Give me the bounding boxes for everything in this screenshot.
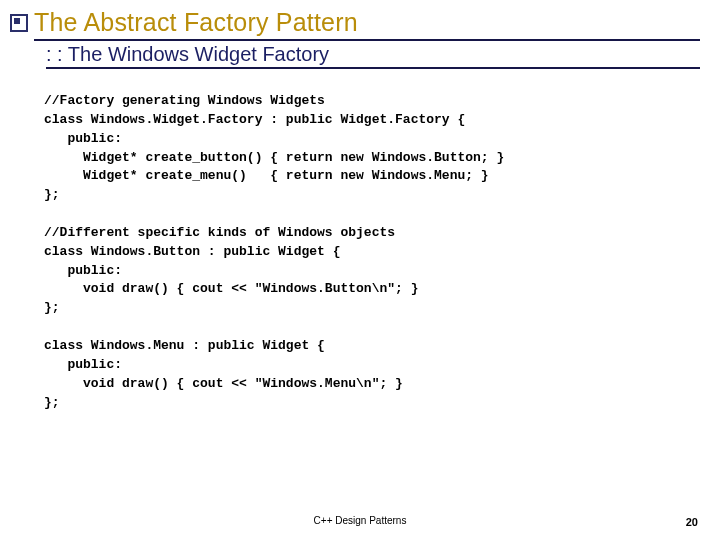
title-underline	[34, 39, 700, 41]
slide-title: The Abstract Factory Pattern	[34, 8, 720, 37]
footer-caption: C++ Design Patterns	[0, 515, 720, 526]
code-block: //Factory generating Windows Widgets cla…	[44, 92, 680, 412]
bullet-dot-icon	[14, 18, 20, 24]
slide-subtitle: : : The Windows Widget Factory	[46, 43, 720, 66]
title-row: The Abstract Factory Pattern	[0, 8, 720, 37]
subtitle-underline	[46, 67, 700, 69]
page-number: 20	[686, 516, 698, 528]
subtitle-row: : : The Windows Widget Factory	[0, 43, 720, 66]
